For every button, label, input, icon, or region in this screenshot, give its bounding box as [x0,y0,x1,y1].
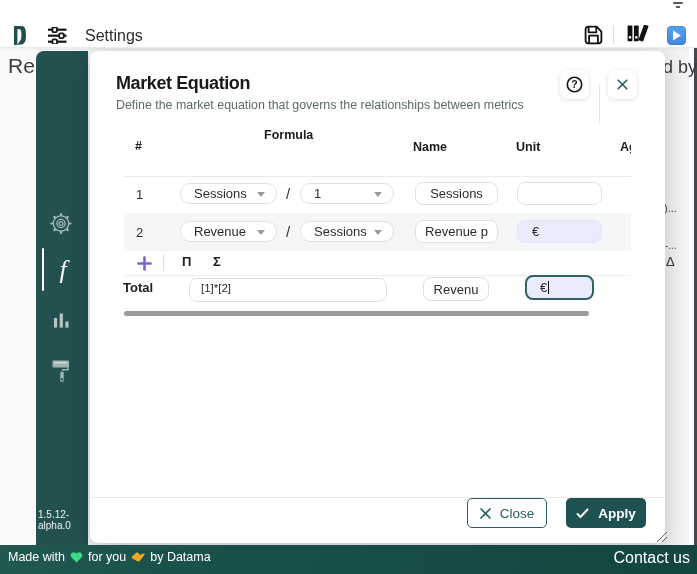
svg-text:?: ? [571,78,577,90]
svg-text:f: f [59,255,70,284]
